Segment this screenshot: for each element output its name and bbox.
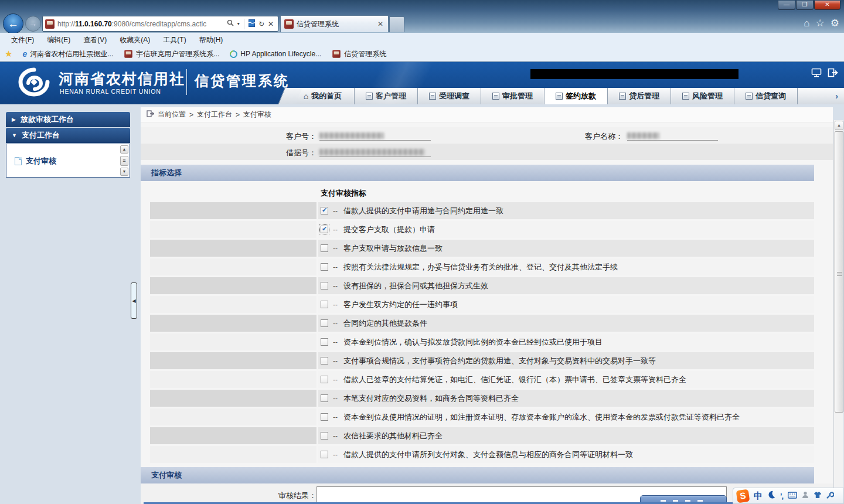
sogou-logo[interactable]: S: [736, 489, 750, 503]
favorites-star-icon[interactable]: ☆: [816, 16, 825, 30]
sidebar-item-payment-review[interactable]: 支付审核: [6, 144, 130, 166]
indicator-row: --按照有关法律法规规定，办妥与信贷业务有关的批准、登记、交付及其他法定手续: [150, 258, 814, 275]
scroll-up-button[interactable]: ▲: [835, 121, 843, 130]
checkbox-unchecked[interactable]: [321, 244, 328, 252]
checkbox-unchecked[interactable]: [321, 338, 328, 346]
scroll-up-button[interactable]: ▲: [120, 145, 128, 154]
tab-post-loan-management[interactable]: 贷后管理: [607, 88, 671, 104]
stop-icon[interactable]: ✕: [266, 20, 275, 28]
indicator-label: 资本金到位及使用情况的证明，如注册资本证明、存放资本金账户的流水、使用资本金的发…: [343, 412, 740, 423]
scroll-down-button[interactable]: ▼: [120, 168, 128, 176]
indicator-label: 提交客户支取（提款）申请: [343, 224, 435, 235]
tab-customer-management[interactable]: 客户管理: [354, 88, 417, 104]
menu-view[interactable]: 查看(V): [77, 35, 113, 45]
indicator-row: --资本金到位情况，确认与拟发放贷款同比例的资本金已经到位或已使用于项目: [150, 333, 814, 350]
favorite-item[interactable]: 宇信班克用户管理系统系...: [118, 49, 224, 59]
favorite-item[interactable]: HP Application Lifecycle...: [224, 50, 326, 58]
checkbox-checked[interactable]: [321, 207, 328, 214]
checkbox-unchecked[interactable]: [321, 263, 328, 271]
org-name-cn: 河南省农村信用社: [59, 69, 185, 88]
ime-chinese-mode[interactable]: 中: [754, 491, 763, 502]
checkbox-unchecked[interactable]: [321, 451, 328, 458]
checkbox-checked-focused[interactable]: [321, 226, 328, 233]
scroll-thumb[interactable]: [835, 131, 843, 413]
indicator-column-header: 支付审核指标: [321, 188, 833, 199]
minimize-button[interactable]: —: [778, 1, 795, 10]
checkbox-unchecked[interactable]: [321, 432, 328, 440]
tab-risk-management[interactable]: 风险管理: [671, 88, 734, 104]
menu-bar: 文件(F) 编辑(E) 查看(V) 收藏夹(A) 工具(T) 帮助(H): [0, 33, 844, 47]
home-icon[interactable]: ⌂: [804, 16, 809, 30]
ime-skin-icon[interactable]: [814, 491, 822, 501]
scroll-thumb[interactable]: ≡: [120, 156, 128, 166]
home-icon: ⌂: [304, 91, 308, 101]
checkbox-unchecked[interactable]: [321, 376, 328, 383]
ime-punctuation-icon[interactable]: ’,: [780, 492, 783, 500]
tab-contract-disbursement[interactable]: 签约放款: [544, 88, 607, 104]
checkbox-unchecked[interactable]: [321, 282, 328, 290]
sidebar-group-loan-review-workbench[interactable]: ▶ 放款审核工作台: [6, 112, 130, 127]
compatibility-view-icon[interactable]: [247, 19, 257, 29]
new-tab-stub[interactable]: [389, 16, 404, 32]
ime-keyboard-icon[interactable]: [788, 491, 797, 501]
tab-acceptance-survey[interactable]: 受理调查: [417, 88, 481, 104]
sogou-ime-toolbar: S 中 ’,: [733, 488, 844, 504]
close-button[interactable]: ✕: [814, 1, 840, 10]
indicator-label: 本笔支付对应的交易资料，如商务合同等资料已齐全: [343, 393, 519, 404]
menu-help[interactable]: 帮助(H): [193, 35, 230, 45]
monitor-icon[interactable]: [811, 68, 822, 80]
sidebar-group-payment-workbench[interactable]: ▼ 支付工作台: [6, 128, 130, 143]
logout-icon[interactable]: [828, 68, 838, 80]
url-text[interactable]: http://11.0.160.70:9080/cms/creditapp/cm…: [57, 20, 225, 28]
hp-alm-icon: [229, 49, 239, 59]
refresh-icon[interactable]: ↻: [257, 20, 266, 28]
tab-close-icon[interactable]: ✕: [376, 20, 384, 28]
address-bar[interactable]: http://11.0.160.70:9080/cms/creditapp/cm…: [42, 16, 278, 32]
search-dropdown-caret[interactable]: ▾: [236, 21, 241, 26]
ime-wrench-icon[interactable]: [826, 491, 834, 501]
indicator-label: 客户发生双方约定的任一违约事项: [343, 299, 458, 310]
indicator-row: --提交客户支取（提款）申请: [150, 221, 814, 238]
indicator-label: 借款人提供的支付申请用途与合同约定用途一致: [343, 206, 503, 216]
sidebar-collapse-handle[interactable]: ◀: [131, 282, 137, 319]
menu-file[interactable]: 文件(F): [5, 35, 40, 45]
menu-edit[interactable]: 编辑(E): [40, 35, 77, 45]
browser-tab[interactable]: 信贷管理系统 ✕: [280, 15, 389, 32]
back-button[interactable]: ←: [3, 13, 23, 34]
forward-button[interactable]: →: [25, 16, 41, 32]
nav-overflow-arrow[interactable]: ›: [797, 88, 844, 104]
tab-approval-management[interactable]: 审批管理: [481, 88, 544, 104]
search-icon[interactable]: [225, 19, 236, 28]
add-favorite-star-icon[interactable]: ★: [5, 49, 12, 59]
breadcrumb-item: 支付工作台: [197, 110, 232, 120]
favorite-item[interactable]: 信贷管理系统: [326, 49, 392, 59]
site-favicon: [332, 50, 341, 58]
settings-gear-icon[interactable]: ⚙: [831, 16, 839, 30]
tab-my-home[interactable]: ⌂我的首页: [291, 88, 354, 104]
favorite-item[interactable]: e河南省农村信用社票据业...: [17, 49, 118, 59]
menu-tools[interactable]: 工具(T): [156, 35, 192, 45]
indicator-row: --客户发生双方约定的任一违约事项: [150, 296, 814, 313]
ime-moon-icon[interactable]: [767, 491, 775, 501]
indicator-label: 合同约定的其他提款条件: [343, 318, 427, 329]
tab-credit-query[interactable]: 信贷查询: [734, 88, 797, 104]
checkbox-unchecked[interactable]: [321, 394, 328, 402]
checkbox-unchecked[interactable]: [321, 357, 328, 365]
maximize-button[interactable]: ❐: [796, 1, 814, 10]
review-row: 审核结果：: [141, 483, 833, 504]
org-logo-icon: [15, 67, 53, 102]
page-scrollbar[interactable]: ▲ ▼: [833, 120, 843, 504]
checkbox-unchecked[interactable]: [321, 319, 328, 327]
thumb-grip: [837, 272, 842, 276]
ime-person-icon[interactable]: [802, 491, 809, 501]
indicator-label: 客户支取申请与放款信息一致: [343, 243, 443, 254]
customer-name-value: [627, 131, 718, 141]
breadcrumb-separator: >: [189, 111, 193, 119]
tab-strip-edge: [278, 88, 302, 104]
checkbox-unchecked[interactable]: [321, 301, 328, 308]
menu-favorites[interactable]: 收藏夹(A): [113, 35, 156, 45]
checkbox-unchecked[interactable]: [321, 413, 328, 421]
indicator-row: --支付事项合规情况，支付事项符合约定的贷款用途、支付对象与交易资料中的交易对手…: [150, 352, 814, 369]
customer-icon: [366, 93, 373, 100]
indicator-row: --客户支取申请与放款信息一致: [150, 240, 814, 257]
